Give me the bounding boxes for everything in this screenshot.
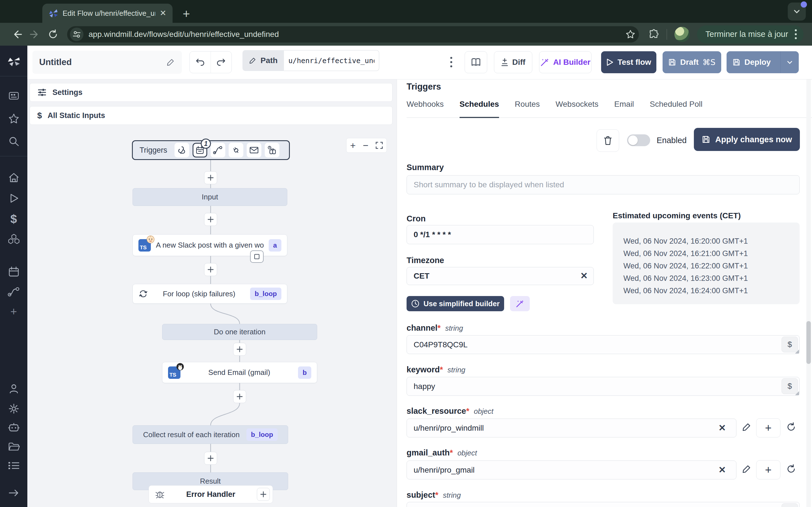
- resources-icon[interactable]: [8, 233, 20, 245]
- workers-icon[interactable]: [8, 461, 20, 470]
- webhook-icon[interactable]: [174, 143, 189, 158]
- test-flow-button[interactable]: Test flow: [601, 51, 656, 73]
- tab-websockets[interactable]: Websockets: [556, 100, 599, 117]
- deploy-dropdown-button[interactable]: [780, 52, 799, 73]
- insert-step-button[interactable]: [233, 343, 246, 356]
- enabled-toggle[interactable]: [627, 134, 650, 146]
- insert-step-button[interactable]: [204, 452, 217, 465]
- channel-input[interactable]: [407, 335, 800, 354]
- flows-icon[interactable]: [8, 287, 20, 297]
- apply-changes-button[interactable]: Apply changes now: [694, 128, 800, 151]
- browser-tab[interactable]: Edit Flow u/henri/effective_un ✕: [42, 4, 172, 23]
- insert-step-button[interactable]: [233, 390, 246, 403]
- variables-icon[interactable]: $: [10, 212, 17, 226]
- ai-cron-button[interactable]: [510, 296, 530, 311]
- draft-button[interactable]: Draft ⌘S: [663, 51, 721, 73]
- url-text[interactable]: app.windmill.dev/flows/edit/u/henri/effe…: [89, 30, 620, 39]
- new-tab-button[interactable]: +: [183, 7, 190, 21]
- back-button[interactable]: [8, 29, 26, 40]
- clear-resource-icon[interactable]: ✕: [718, 464, 726, 475]
- edit-resource-icon[interactable]: [742, 422, 752, 432]
- panel-scrollbar-track[interactable]: [806, 79, 811, 507]
- site-settings-icon[interactable]: [70, 27, 84, 41]
- url-bar[interactable]: app.windmill.dev/flows/edit/u/henri/effe…: [67, 26, 639, 43]
- forward-button[interactable]: [26, 29, 44, 40]
- deploy-button[interactable]: Deploy: [726, 51, 799, 73]
- diff-button[interactable]: Diff: [494, 51, 532, 73]
- docs-button[interactable]: [465, 51, 487, 73]
- extensions-icon[interactable]: [649, 29, 659, 40]
- favorites-icon[interactable]: [8, 113, 20, 124]
- clear-timezone-icon[interactable]: ✕: [580, 270, 588, 281]
- subject-input[interactable]: [407, 502, 800, 507]
- gmail-auth-input[interactable]: [407, 460, 737, 480]
- slack-step-node[interactable]: TS A new Slack post with a given wor... …: [133, 234, 287, 256]
- folders-icon[interactable]: [8, 442, 20, 452]
- runs-icon[interactable]: [8, 193, 19, 204]
- settings-gear-icon[interactable]: [8, 403, 20, 414]
- zoom-out-button[interactable]: −: [363, 140, 368, 151]
- keyword-input[interactable]: [407, 377, 800, 396]
- tab-webhooks[interactable]: Webhooks: [407, 100, 444, 117]
- forloop-node[interactable]: For loop (skip failures) b_loop: [133, 284, 287, 304]
- scheduled-poll-trigger-icon[interactable]: [265, 143, 280, 158]
- collect-result-node[interactable]: Collect result of each iteration b_loop: [133, 425, 288, 444]
- ai-assistant-icon[interactable]: [8, 422, 20, 433]
- bookmark-star-icon[interactable]: [625, 29, 636, 40]
- edit-pencil-icon[interactable]: [166, 58, 175, 67]
- clear-resource-icon[interactable]: ✕: [718, 422, 726, 433]
- path-chip[interactable]: Path: [243, 50, 284, 71]
- windmill-logo-icon[interactable]: [6, 54, 21, 69]
- user-icon[interactable]: [8, 383, 19, 394]
- websocket-trigger-icon[interactable]: [229, 143, 243, 158]
- profile-avatar[interactable]: [674, 27, 690, 42]
- input-node[interactable]: Input: [133, 188, 287, 206]
- email-trigger-icon[interactable]: [247, 143, 261, 158]
- delete-schedule-button[interactable]: [597, 129, 619, 152]
- stop-after-step-button[interactable]: [250, 250, 264, 263]
- route-trigger-icon[interactable]: [211, 143, 225, 158]
- chrome-update-button[interactable]: Terminer la mise à jour: [697, 25, 804, 43]
- tab-schedules[interactable]: Schedules: [460, 100, 499, 118]
- fit-view-button[interactable]: [375, 142, 383, 149]
- timezone-input[interactable]: [407, 267, 594, 285]
- reload-button[interactable]: [44, 29, 62, 40]
- simplified-builder-button[interactable]: Use simplified builder: [407, 296, 504, 311]
- redo-button[interactable]: [211, 52, 232, 73]
- insert-step-button[interactable]: [204, 213, 217, 226]
- cron-input[interactable]: [407, 225, 594, 244]
- expand-sidebar-icon[interactable]: [8, 489, 19, 497]
- subject-dollar-button[interactable]: $: [781, 503, 798, 507]
- resize-handle[interactable]: [795, 349, 799, 353]
- send-email-node[interactable]: TS Send Email (gmail) b: [162, 362, 317, 383]
- path-input[interactable]: [284, 50, 379, 71]
- add-resource-button[interactable]: +: [756, 418, 780, 438]
- tab-close-icon[interactable]: ✕: [160, 9, 166, 17]
- add-error-handler-button[interactable]: [257, 488, 270, 501]
- search-icon[interactable]: [8, 136, 19, 147]
- summary-input[interactable]: [407, 175, 800, 194]
- refresh-resource-icon[interactable]: [786, 464, 796, 474]
- insert-step-button[interactable]: [204, 263, 217, 276]
- refresh-resource-icon[interactable]: [786, 422, 796, 432]
- add-resource-button[interactable]: +: [756, 460, 780, 480]
- flow-name-field[interactable]: Untitled: [33, 51, 182, 74]
- slack-resource-input[interactable]: [407, 418, 737, 438]
- triggers-node[interactable]: Triggers 1: [132, 140, 290, 160]
- do-one-iteration-node[interactable]: Do one iteration: [162, 324, 317, 340]
- edit-resource-icon[interactable]: [742, 464, 752, 474]
- resize-handle[interactable]: [795, 391, 799, 395]
- schedule-trigger-icon[interactable]: 1: [193, 143, 207, 158]
- tab-routes[interactable]: Routes: [515, 100, 540, 117]
- undo-button[interactable]: [190, 52, 211, 73]
- tab-search-button[interactable]: [788, 3, 806, 20]
- panel-scrollbar-thumb[interactable]: [806, 321, 811, 364]
- schedules-icon[interactable]: [8, 266, 20, 278]
- ai-builder-button[interactable]: AI Builder: [539, 51, 592, 73]
- error-handler-node[interactable]: Error Handler: [149, 485, 273, 503]
- apps-icon[interactable]: [8, 90, 19, 101]
- more-options-button[interactable]: [448, 54, 455, 70]
- add-icon[interactable]: +: [10, 305, 17, 318]
- chrome-menu-icon[interactable]: [795, 29, 797, 39]
- tab-email[interactable]: Email: [614, 100, 634, 117]
